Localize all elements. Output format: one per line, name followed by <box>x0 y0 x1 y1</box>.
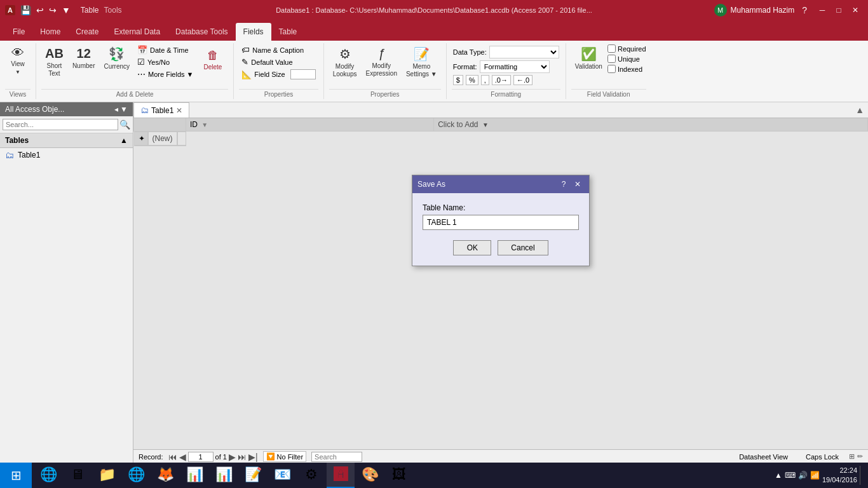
doc-tab-close-btn[interactable]: ✕ <box>176 106 182 115</box>
settings-app-icon: ⚙ <box>305 466 318 483</box>
field-size-btn[interactable]: 📐 Field Size <box>239 69 318 80</box>
taskbar: ⊞ 🌐 🖥 📁 🌐 🦊 📊 📊 📝 📧 ⚙ <box>0 463 868 488</box>
maximize-btn[interactable]: □ <box>831 4 846 17</box>
taskbar-app-photos[interactable]: 🖼 <box>385 463 413 488</box>
required-checkbox[interactable]: Required <box>607 44 646 53</box>
dialog-title-bar: Save As ? ✕ <box>412 175 589 193</box>
tray-network-icon[interactable]: 📶 <box>810 471 820 480</box>
required-check-input[interactable] <box>607 44 616 53</box>
table-name-input[interactable] <box>423 215 579 230</box>
datasheet-view-btn[interactable]: ⊞ <box>849 452 855 461</box>
name-caption-btn[interactable]: 🏷 Name & Caption <box>239 44 318 55</box>
nav-new-btn[interactable]: ▶| <box>248 452 258 462</box>
show-desktop-btn[interactable] <box>860 466 863 485</box>
taskbar-app-ie[interactable]: 🌐 <box>122 463 150 488</box>
doc-tab-table1[interactable]: 🗂 Table1 ✕ <box>133 102 189 118</box>
dialog-cancel-btn[interactable]: Cancel <box>498 240 548 255</box>
taskbar-app-word[interactable]: 📝 <box>239 463 267 488</box>
sidebar-collapse-btn[interactable]: ◂ <box>114 105 118 114</box>
minimize-btn[interactable]: ─ <box>815 4 830 17</box>
tables-section-toggle[interactable]: ▲ <box>120 136 128 145</box>
nav-first-btn[interactable]: ⏮ <box>168 452 177 462</box>
delete-btn[interactable]: 🗑 Delete <box>200 47 226 73</box>
redo-quick-btn[interactable]: ↪ <box>48 4 58 17</box>
dialog-ok-btn[interactable]: OK <box>453 240 491 255</box>
unique-check-input[interactable] <box>607 55 616 63</box>
comma-btn[interactable]: , <box>481 75 489 85</box>
tab-external-data[interactable]: External Data <box>106 23 168 41</box>
modify-expression-btn[interactable]: ƒ ModifyExpression <box>362 44 400 79</box>
tab-database-tools[interactable]: Database Tools <box>168 23 236 41</box>
memo-settings-label: MemoSettings ▼ <box>406 63 437 78</box>
sidebar-item-table1[interactable]: 🗂 Table1 <box>0 148 133 162</box>
taskbar-app-desktop[interactable]: 🖥 <box>64 463 92 488</box>
yes-no-btn[interactable]: ☑ Yes/No <box>135 57 196 67</box>
indexed-check-input[interactable] <box>607 65 616 73</box>
sidebar-search-input[interactable] <box>3 119 118 130</box>
tab-fields[interactable]: Fields <box>236 23 271 41</box>
customize-quick-btn[interactable]: ▼ <box>60 4 72 17</box>
taskbar-app-globe[interactable]: 🌐 <box>34 463 62 488</box>
tray-volume-icon[interactable]: 🔊 <box>798 471 808 480</box>
filter-btn[interactable]: 🔽 No Filter <box>263 451 307 462</box>
user-avatar: M <box>714 4 727 17</box>
decrease-decimal-btn[interactable]: ←.0 <box>513 75 532 85</box>
taskbar-app-mail[interactable]: 📧 <box>268 463 296 488</box>
short-text-btn[interactable]: AB ShortText <box>41 44 67 79</box>
taskbar-app-powerpoint[interactable]: 📊 <box>210 463 238 488</box>
percent-btn[interactable]: % <box>466 75 478 85</box>
dialog-close-btn[interactable]: ✕ <box>571 179 584 190</box>
format-dropdown[interactable]: Formatting <box>480 60 550 73</box>
currency-btn[interactable]: 💱 Currency <box>100 44 133 72</box>
sidebar-menu-btn[interactable]: ▼ <box>120 105 128 114</box>
memo-settings-btn[interactable]: 📝 MemoSettings ▼ <box>402 44 441 80</box>
modify-expression-label: ModifyExpression <box>365 62 397 78</box>
more-fields-btn[interactable]: ⋯ More Fields ▼ <box>135 69 196 79</box>
close-btn[interactable]: ✕ <box>848 4 863 17</box>
undo-quick-btn[interactable]: ↩ <box>35 4 45 17</box>
validation-btn[interactable]: ✅ Validation <box>571 44 606 72</box>
formatting-content: Data Type: Format: Formatting $ % , .0→ … <box>452 44 560 86</box>
ribbon-collapse-btn[interactable]: ▲ <box>851 104 868 116</box>
start-button[interactable]: ⊞ <box>0 463 32 488</box>
tab-file[interactable]: File <box>5 23 32 41</box>
title-bar-left: A 💾 ↩ ↪ ▼ Table Tools <box>5 4 122 17</box>
tab-create[interactable]: Create <box>68 23 106 41</box>
taskbar-right: ▲ ⌨ 🔊 📶 22:24 19/04/2016 <box>770 466 868 485</box>
taskbar-app-paint[interactable]: 🎨 <box>356 463 384 488</box>
taskbar-app-access[interactable]: 🅰 <box>327 463 355 488</box>
tray-keyboard-icon: ⌨ <box>785 471 796 480</box>
taskbar-app-files[interactable]: 📁 <box>93 463 121 488</box>
record-number-input[interactable] <box>188 452 214 462</box>
number-btn[interactable]: 12 Number <box>69 44 99 72</box>
tray-expand-icon[interactable]: ▲ <box>775 471 782 480</box>
dollar-btn[interactable]: $ <box>453 75 463 85</box>
increase-decimal-btn[interactable]: .0→ <box>492 75 511 85</box>
help-btn[interactable]: ? <box>799 5 810 15</box>
save-quick-btn[interactable]: 💾 <box>19 4 32 17</box>
tab-home[interactable]: Home <box>32 23 68 41</box>
more-fields-label: More Fields ▼ <box>148 71 193 78</box>
data-type-dropdown[interactable] <box>489 46 559 58</box>
date-time-btn[interactable]: 📅 Date & Time <box>135 44 196 55</box>
field-size-input[interactable] <box>290 69 316 79</box>
design-view-btn[interactable]: ✏ <box>857 452 863 461</box>
taskbar-app-excel[interactable]: 📊 <box>180 463 208 488</box>
tab-table[interactable]: Table <box>271 23 305 41</box>
time-display[interactable]: 22:24 19/04/2016 <box>822 466 857 485</box>
default-value-btn[interactable]: ✎ Default Value <box>239 57 318 67</box>
taskbar-app-firefox[interactable]: 🦊 <box>151 463 179 488</box>
dialog-help-btn[interactable]: ? <box>557 179 570 190</box>
properties-group-label: Properties <box>239 89 318 98</box>
nav-next-btn[interactable]: ▶ <box>229 452 236 462</box>
view-btn[interactable]: 👁 View ▼ <box>5 44 31 77</box>
sidebar-title: All Access Obje... <box>5 105 64 114</box>
taskbar-app-settings[interactable]: ⚙ <box>297 463 325 488</box>
modify-lookups-btn[interactable]: ⚙ ModifyLookups <box>329 44 361 80</box>
nav-prev-btn[interactable]: ◀ <box>179 452 186 462</box>
unique-checkbox[interactable]: Unique <box>607 55 646 63</box>
nav-last-btn[interactable]: ⏭ <box>238 452 247 462</box>
indexed-checkbox[interactable]: Indexed <box>607 65 646 73</box>
dialog-title-text: Save As <box>417 180 445 189</box>
status-search-input[interactable] <box>311 452 362 462</box>
